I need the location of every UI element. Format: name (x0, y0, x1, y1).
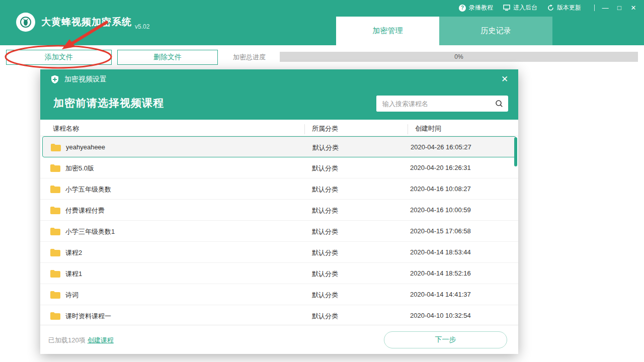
dialog-header: 加密视频设置 ✕ 加密前请选择视频课程 (40, 69, 518, 120)
course-name: 课时资料课程一 (65, 312, 111, 321)
course-row[interactable]: yeahyeaheee 默认分类 2020-04-26 16:05:27 (42, 136, 516, 157)
app-version: v5.02 (135, 23, 149, 32)
course-name: 课程1 (65, 269, 82, 279)
column-divider (304, 124, 305, 134)
dialog-close-icon[interactable]: ✕ (498, 73, 511, 86)
course-row[interactable]: 课程1 默认分类 2020-04-14 18:52:16 (40, 263, 518, 284)
window-controls-divider (594, 5, 595, 11)
minimize-button[interactable]: — (602, 4, 609, 12)
brand: 大黄蜂视频加密系统 v5.02 (16, 13, 149, 32)
app-window: 大黄蜂视频加密系统 v5.02 ? 录播教程 进入后台 (0, 0, 644, 362)
course-created-time: 2020-04-10 10:32:54 (410, 312, 471, 319)
course-row[interactable]: 付费课程付费 默认分类 2020-04-16 10:00:59 (40, 200, 518, 221)
course-category: 默认分类 (312, 312, 338, 321)
link-update[interactable]: 版本更新 (547, 4, 581, 12)
dialog-titlebar: 加密视频设置 (40, 69, 518, 89)
shield-plus-icon (50, 75, 59, 84)
folder-icon (50, 248, 60, 258)
add-file-button[interactable]: 添加文件 (6, 50, 112, 65)
folder-icon (50, 185, 60, 195)
course-created-time: 2020-04-15 17:06:58 (410, 227, 471, 235)
maximize-button[interactable]: □ (616, 4, 623, 12)
course-category: 默认分类 (312, 143, 339, 152)
app-title: 大黄蜂视频加密系统 (41, 16, 132, 29)
course-created-time: 2020-04-20 16:26:31 (410, 164, 471, 171)
course-table-header: 课程名称 所属分类 创建时间 (40, 120, 518, 136)
link-update-label: 版本更新 (557, 4, 581, 12)
course-row[interactable]: 课时资料课程一 默认分类 2020-04-10 10:32:54 (40, 305, 518, 325)
monitor-icon (503, 5, 510, 11)
course-category: 默认分类 (312, 227, 338, 236)
course-category: 默认分类 (312, 269, 338, 279)
course-category: 默认分类 (312, 164, 338, 173)
folder-icon (50, 164, 60, 173)
course-search (376, 96, 508, 112)
main-tabs: 加密管理 历史记录 (336, 17, 552, 45)
folder-icon (50, 269, 60, 279)
course-name: 小学五年级奥数 (65, 185, 111, 194)
course-row[interactable]: 小学五年级奥数 默认分类 2020-04-16 10:08:27 (40, 178, 518, 200)
progress-label: 加密总进度 (233, 53, 266, 62)
folder-icon (50, 227, 60, 237)
app-header: 大黄蜂视频加密系统 v5.02 ? 录播教程 进入后台 (0, 0, 644, 45)
column-created-time: 创建时间 (415, 124, 441, 133)
app-logo-icon (16, 13, 35, 32)
course-created-time: 2020-04-14 18:53:44 (410, 248, 471, 256)
link-tutorial-label: 录播教程 (469, 4, 493, 12)
course-category: 默认分类 (312, 291, 338, 300)
course-created-time: 2020-04-14 14:41:37 (410, 291, 471, 298)
course-name: 课程2 (65, 248, 82, 257)
folder-icon (50, 291, 60, 300)
next-step-button[interactable]: 下一步 (384, 331, 507, 348)
course-name: 加密5.0版 (65, 164, 94, 173)
tab-encrypt-manage[interactable]: 加密管理 (336, 17, 439, 45)
course-name: 付费课程付费 (65, 206, 105, 215)
course-row[interactable]: 诗词 默认分类 2020-04-14 14:41:37 (40, 284, 518, 305)
link-backend-label: 进入后台 (513, 4, 537, 12)
dialog-title: 加密视频设置 (64, 75, 107, 84)
link-backend[interactable]: 进入后台 (503, 4, 537, 12)
folder-icon (50, 312, 60, 321)
loaded-count-text: 已加载120项 (48, 336, 86, 344)
loaded-count: 已加载120项创建课程 (48, 336, 114, 345)
encrypt-progress-bar: 0% (280, 52, 638, 62)
folder-icon (50, 206, 60, 216)
progress-percent: 0% (280, 52, 638, 62)
course-name: yeahyeaheee (66, 143, 105, 151)
encrypt-settings-dialog: 加密视频设置 ✕ 加密前请选择视频课程 课程名称 所属分类 创建时间 (40, 69, 518, 354)
folder-icon (51, 143, 61, 153)
course-category: 默认分类 (312, 206, 338, 215)
course-row[interactable]: 加密5.0版 默认分类 2020-04-20 16:26:31 (40, 157, 518, 178)
course-search-input[interactable] (376, 96, 495, 112)
course-created-time: 2020-04-16 10:00:59 (410, 206, 471, 214)
course-name: 小学三年级奥数1 (65, 227, 115, 236)
create-course-link[interactable]: 创建课程 (88, 336, 114, 344)
close-button[interactable]: ✕ (630, 4, 637, 12)
column-divider (408, 124, 408, 134)
course-created-time: 2020-04-16 10:08:27 (410, 185, 471, 193)
course-table-body: yeahyeaheee 默认分类 2020-04-26 16:05:27 加密5… (40, 136, 518, 325)
help-icon: ? (459, 5, 466, 12)
course-created-time: 2020-04-26 16:05:27 (411, 143, 471, 151)
column-course-name: 课程名称 (53, 124, 79, 133)
dialog-footer: 已加载120项创建课程 下一步 (40, 325, 518, 354)
course-category: 默认分类 (312, 248, 338, 257)
scrollbar-thumb[interactable] (514, 137, 517, 166)
table-scrollbar (514, 136, 517, 325)
dialog-heading: 加密前请选择视频课程 (53, 96, 164, 110)
toolbar: 添加文件 删除文件 加密总进度 0% (0, 45, 644, 68)
header-links: ? 录播教程 进入后台 版本更新 (459, 4, 637, 12)
course-category: 默认分类 (312, 185, 338, 194)
link-tutorial[interactable]: ? 录播教程 (459, 4, 493, 12)
course-name: 诗词 (65, 291, 78, 300)
delete-file-button[interactable]: 删除文件 (117, 50, 218, 65)
tab-history[interactable]: 历史记录 (439, 17, 552, 45)
column-category: 所属分类 (312, 124, 338, 133)
course-row[interactable]: 小学三年级奥数1 默认分类 2020-04-15 17:06:58 (40, 221, 518, 242)
course-row[interactable]: 课程2 默认分类 2020-04-14 18:53:44 (40, 242, 518, 263)
course-created-time: 2020-04-14 18:52:16 (410, 269, 471, 277)
refresh-icon (547, 5, 554, 11)
search-icon[interactable] (495, 100, 503, 108)
window-controls: — □ ✕ (594, 4, 637, 12)
